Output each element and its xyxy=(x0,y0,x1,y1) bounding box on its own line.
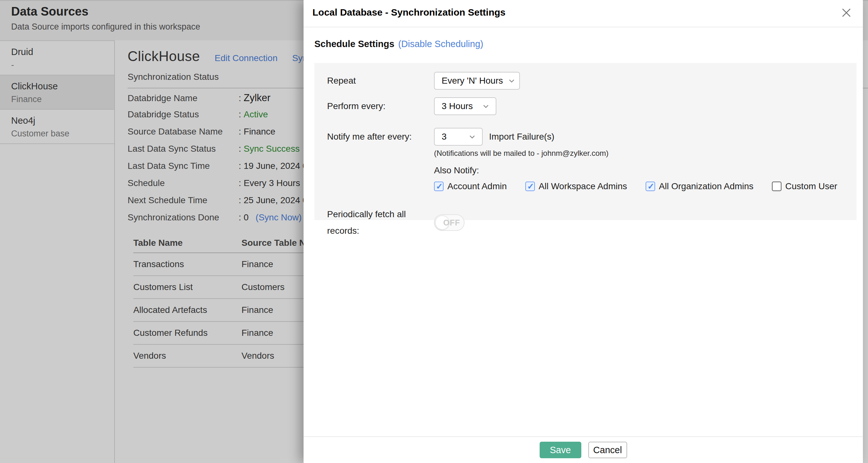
fetch-all-toggle[interactable]: OFF xyxy=(434,214,465,231)
checkbox-account-admin[interactable]: Account Admin xyxy=(434,181,507,192)
checkbox-unchecked-icon xyxy=(772,181,781,191)
notify-count-select[interactable]: 3 xyxy=(434,128,483,146)
save-button[interactable]: Save xyxy=(540,442,581,458)
also-notify-label: Also Notify: xyxy=(434,165,837,175)
notify-row: Notify me after every: 3 Import Failure(… xyxy=(327,128,857,192)
schedule-settings-title: Schedule Settings xyxy=(314,39,394,49)
chevron-down-icon xyxy=(468,133,476,141)
checkbox-checked-icon xyxy=(646,181,655,191)
checkbox-custom-user[interactable]: Custom User xyxy=(772,181,837,192)
notification-note: (Notifications will be mailed to - johnm… xyxy=(434,149,837,158)
fetch-all-label: Periodically fetch all records: xyxy=(327,206,434,239)
checkbox-all-organization-admins[interactable]: All Organization Admins xyxy=(646,181,753,192)
checkbox-checked-icon xyxy=(525,181,535,191)
also-notify-options: Account Admin All Workspace Admins All O… xyxy=(434,181,837,192)
notify-label: Notify me after every: xyxy=(327,128,434,146)
schedule-settings-box: Repeat Every 'N' Hours Perform every: 3 … xyxy=(314,63,857,220)
modal-title: Local Database - Synchronization Setting… xyxy=(312,7,505,18)
repeat-label: Repeat xyxy=(327,76,434,86)
perform-every-select[interactable]: 3 Hours xyxy=(434,97,496,115)
checkbox-all-workspace-admins[interactable]: All Workspace Admins xyxy=(525,181,627,192)
modal-footer: Save Cancel xyxy=(304,436,863,463)
toggle-state-label: OFF xyxy=(443,218,460,227)
perform-every-selected-value: 3 Hours xyxy=(442,101,473,111)
notify-count-value: 3 xyxy=(442,132,447,142)
chevron-down-icon xyxy=(507,77,516,85)
repeat-select[interactable]: Every 'N' Hours xyxy=(434,72,520,90)
page: Data Sources Data Source imports configu… xyxy=(0,0,868,463)
import-failures-label: Import Failure(s) xyxy=(489,132,554,142)
perform-every-row: Perform every: 3 Hours xyxy=(327,97,857,115)
repeat-selected-value: Every 'N' Hours xyxy=(442,76,503,86)
close-button[interactable] xyxy=(839,6,854,20)
close-icon xyxy=(841,7,852,18)
chevron-down-icon xyxy=(482,102,490,110)
repeat-row: Repeat Every 'N' Hours xyxy=(327,72,857,90)
modal-header: Local Database - Synchronization Setting… xyxy=(304,0,863,27)
sync-settings-panel: Local Database - Synchronization Setting… xyxy=(304,0,863,463)
cancel-button[interactable]: Cancel xyxy=(588,442,627,458)
fetch-all-row: Periodically fetch all records: OFF xyxy=(327,206,857,239)
disable-scheduling-link[interactable]: (Disable Scheduling) xyxy=(398,39,483,49)
perform-every-label: Perform every: xyxy=(327,101,434,111)
checkbox-checked-icon xyxy=(434,181,443,191)
